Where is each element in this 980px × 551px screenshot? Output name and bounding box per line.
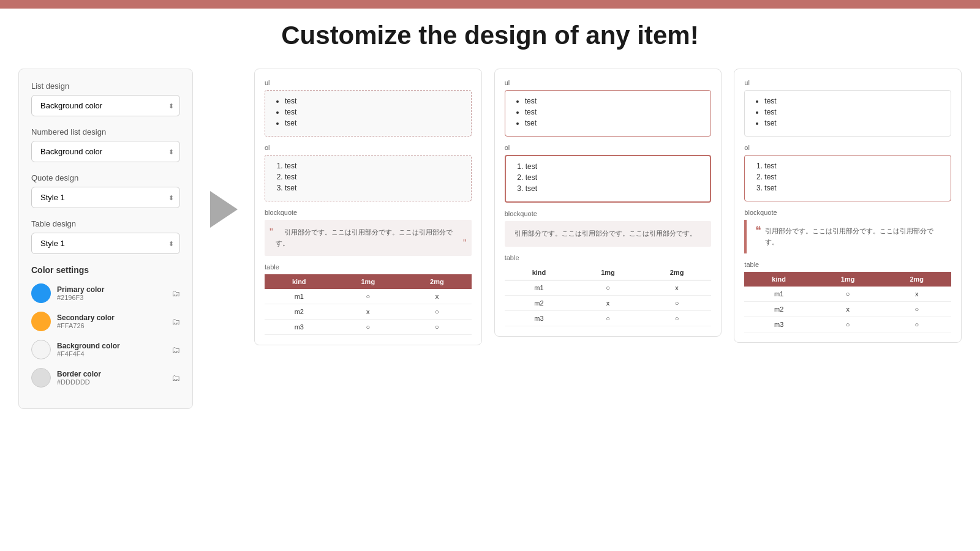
quote-design-select[interactable]: Style 1 Style 2 Background color <box>31 187 180 208</box>
preview2-ul-list: test test tset <box>514 97 703 127</box>
table-cell: ○ <box>643 310 712 326</box>
preview2-table: kind 1mg 2mg m1 ○ x m2 x ○ <box>505 265 712 326</box>
table-cell: ○ <box>573 280 643 295</box>
table-row: m1 ○ x <box>744 287 951 302</box>
secondary-color-hex: #FFA726 <box>57 322 165 329</box>
preview2-ol-box: test test tset <box>505 155 712 203</box>
list-item: test <box>764 162 942 170</box>
numbered-list-select[interactable]: Background color Style 1 Style 2 <box>31 141 180 162</box>
table-header: 1mg <box>573 265 643 280</box>
preview1-ul-list: test test tset <box>274 97 462 127</box>
table-row: m3 ○ ○ <box>265 320 472 335</box>
table-cell: ○ <box>813 317 883 332</box>
secondary-color-edit-icon[interactable]: 🗂 <box>172 317 180 326</box>
preview1-ol-box: test test tset <box>265 155 472 201</box>
primary-color-info: Primary color #2196F3 <box>57 285 165 301</box>
secondary-color-row: Secondary color #FFA726 🗂 <box>31 312 180 331</box>
list-design-select-wrapper: Background color Style 1 Style 2 ⬍ <box>31 95 180 116</box>
background-color-edit-icon[interactable]: 🗂 <box>172 345 180 354</box>
preview1-blockquote-label: blockquote <box>265 209 472 216</box>
background-color-hex: #F4F4F4 <box>57 350 165 358</box>
table-header: 2mg <box>402 274 472 289</box>
list-item: tset <box>525 119 703 127</box>
top-bar <box>0 0 980 9</box>
list-item: tset <box>764 184 942 192</box>
list-item: test <box>764 97 942 105</box>
preview3-ol-list: test test tset <box>753 162 942 192</box>
background-color-info: Background color #F4F4F4 <box>57 342 165 358</box>
table-header: 2mg <box>882 272 951 287</box>
primary-color-swatch <box>31 283 51 303</box>
preview1-blockquote-text: 引用部分です。ここは引用部分です。ここは引用部分です。 <box>276 228 453 247</box>
preview1-ol-label: ol <box>265 144 472 151</box>
table-header: 1mg <box>334 274 403 289</box>
border-color-edit-icon[interactable]: 🗂 <box>172 373 180 383</box>
table-cell: ○ <box>643 295 712 310</box>
table-design-select[interactable]: Style 1 Style 2 Background color <box>31 233 180 254</box>
table-cell: ○ <box>402 304 472 320</box>
list-item: test <box>285 173 462 181</box>
table-row: m3 ○ ○ <box>744 317 951 332</box>
list-design-select[interactable]: Background color Style 1 Style 2 <box>31 95 180 116</box>
table-cell: ○ <box>334 289 403 304</box>
preview3-table: kind 1mg 2mg m1 ○ x m2 x ○ <box>744 272 951 332</box>
table-cell: m3 <box>265 320 334 335</box>
list-item: tset <box>526 184 702 193</box>
list-item: test <box>525 108 703 116</box>
preview3-blockquote-label: blockquote <box>744 209 951 216</box>
preview3-table-label: table <box>744 261 951 268</box>
table-cell: x <box>882 287 951 302</box>
preview-panel-3: ul test test tset ol test test tset bloc… <box>734 69 962 343</box>
list-item: test <box>525 97 703 105</box>
table-design-label: Table design <box>31 219 180 228</box>
border-color-swatch <box>31 368 51 388</box>
preview-panel-2: ul test test tset ol test test tset bloc… <box>494 69 722 337</box>
list-item: test <box>764 173 942 181</box>
table-header: kind <box>744 272 813 287</box>
table-cell: x <box>334 304 403 320</box>
preview1-blockquote: " 引用部分です。ここは引用部分です。ここは引用部分です。 " <box>265 220 472 256</box>
table-cell: m1 <box>265 289 334 304</box>
table-row: m2 x ○ <box>744 302 951 317</box>
preview1-ol-list: test test tset <box>274 162 462 192</box>
preview2-blockquote-text: 引用部分です。ここは引用部分です。ここは引用部分です。 <box>514 230 696 237</box>
table-row: m1 ○ x <box>265 289 472 304</box>
color-settings-title: Color settings <box>31 265 180 275</box>
table-cell: x <box>402 289 472 304</box>
list-item: tset <box>764 119 942 127</box>
preview3-ul-label: ul <box>744 79 951 86</box>
table-header: 2mg <box>643 265 712 280</box>
preview3-ul-list: test test tset <box>753 97 942 127</box>
preview3-blockquote: ❝ 引用部分です。ここは引用部分です。ここは引用部分です。 <box>744 220 951 253</box>
table-cell: x <box>813 302 883 317</box>
secondary-color-info: Secondary color #FFA726 <box>57 313 165 329</box>
table-row: m1 ○ x <box>505 280 712 295</box>
list-item: test <box>526 173 702 182</box>
primary-color-edit-icon[interactable]: 🗂 <box>172 288 180 298</box>
preview1-table: kind 1mg 2mg m1 ○ x m2 x ○ <box>265 274 472 335</box>
preview1-table-label: table <box>265 263 472 271</box>
table-cell: m1 <box>505 280 574 295</box>
preview2-ul-label: ul <box>505 79 712 86</box>
list-design-label: List design <box>31 81 180 91</box>
border-color-row: Border color #DDDDDD 🗂 <box>31 368 180 388</box>
table-header: 1mg <box>813 272 883 287</box>
quote-design-label: Quote design <box>31 173 180 182</box>
page-title: Customize the design of any item! <box>12 21 968 50</box>
table-row: m3 ○ ○ <box>505 310 712 326</box>
background-color-swatch <box>31 340 51 359</box>
quote-close-icon: " <box>463 236 467 252</box>
list-item: test <box>285 97 462 105</box>
preview3-blockquote-text: 引用部分です。ここは引用部分です。ここは引用部分です。 <box>765 226 943 247</box>
table-cell: ○ <box>882 302 951 317</box>
table-header: kind <box>505 265 574 280</box>
table-cell: m3 <box>505 310 574 326</box>
settings-panel: List design Background color Style 1 Sty… <box>18 69 193 409</box>
table-cell: m1 <box>744 287 813 302</box>
background-color-row: Background color #F4F4F4 🗂 <box>31 340 180 359</box>
border-color-name: Border color <box>57 370 165 378</box>
preview2-ul-box: test test tset <box>505 90 712 137</box>
border-color-hex: #DDDDDD <box>57 378 165 386</box>
table-row: m2 x ○ <box>265 304 472 320</box>
numbered-list-select-wrapper: Background color Style 1 Style 2 ⬍ <box>31 141 180 162</box>
